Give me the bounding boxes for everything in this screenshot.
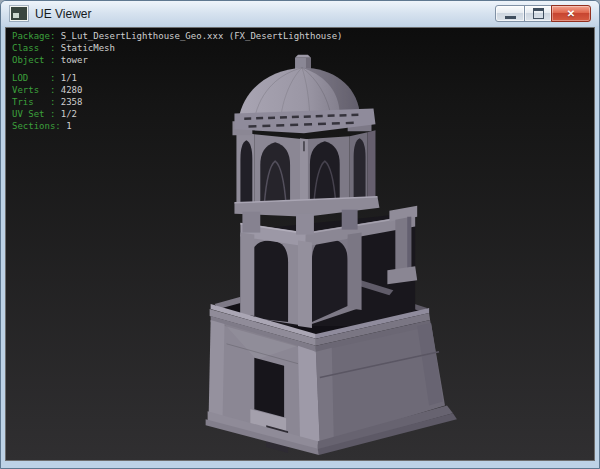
info-label: Object :	[12, 55, 55, 65]
stat-value: 1	[66, 121, 71, 131]
close-icon: ✕	[567, 9, 575, 19]
info-line: Object :tower	[12, 54, 343, 66]
info-line: Package:S_Lut_DesertLighthouse_Geo.xxx (…	[12, 30, 343, 42]
stat-label: LOD :	[12, 73, 55, 83]
maximize-icon	[533, 8, 544, 19]
stat-value: 4280	[61, 85, 83, 95]
ue-viewer-window: UE Viewer ✕	[0, 0, 600, 469]
mesh-info-overlay: Package:S_Lut_DesertLighthouse_Geo.xxx (…	[12, 30, 343, 132]
info-line: Class :StaticMesh	[12, 42, 343, 54]
stat-value: 1/2	[61, 109, 77, 119]
package-info-block: Package:S_Lut_DesertLighthouse_Geo.xxx (…	[12, 30, 343, 66]
mesh-stats-block: LOD :1/1 Verts :4280 Tris :2358 UV Set :…	[12, 72, 343, 132]
info-value: tower	[61, 55, 88, 65]
window-title: UE Viewer	[35, 7, 91, 21]
belfry	[232, 117, 379, 234]
stat-line: Tris :2358	[12, 96, 343, 108]
titlebar[interactable]: UE Viewer ✕	[1, 1, 599, 26]
middle-tier	[240, 206, 417, 328]
info-label: Class :	[12, 43, 55, 53]
minimize-button[interactable]	[495, 5, 525, 22]
stat-label: Verts :	[12, 85, 55, 95]
stat-value: 1/1	[61, 73, 77, 83]
info-value: S_Lut_DesertLighthouse_Geo.xxx (FX_Deser…	[61, 31, 343, 41]
stat-line: Sections:1	[12, 120, 343, 132]
stat-label: Tris :	[12, 97, 55, 107]
stat-line: Verts :4280	[12, 84, 343, 96]
app-icon-chip	[13, 13, 19, 18]
stat-line: UV Set :1/2	[12, 108, 343, 120]
stat-label: Sections:	[12, 121, 61, 131]
minimize-icon	[505, 16, 516, 19]
maximize-button[interactable]	[524, 5, 552, 22]
info-label: Package:	[12, 31, 55, 41]
close-button[interactable]: ✕	[551, 5, 591, 22]
stat-line: LOD :1/1	[12, 72, 343, 84]
viewport-3d[interactable]: Package:S_Lut_DesertLighthouse_Geo.xxx (…	[5, 27, 595, 461]
stat-label: UV Set :	[12, 109, 55, 119]
stat-value: 2358	[61, 97, 83, 107]
info-value: StaticMesh	[61, 43, 115, 53]
window-controls: ✕	[496, 5, 591, 22]
app-icon[interactable]	[10, 6, 28, 21]
